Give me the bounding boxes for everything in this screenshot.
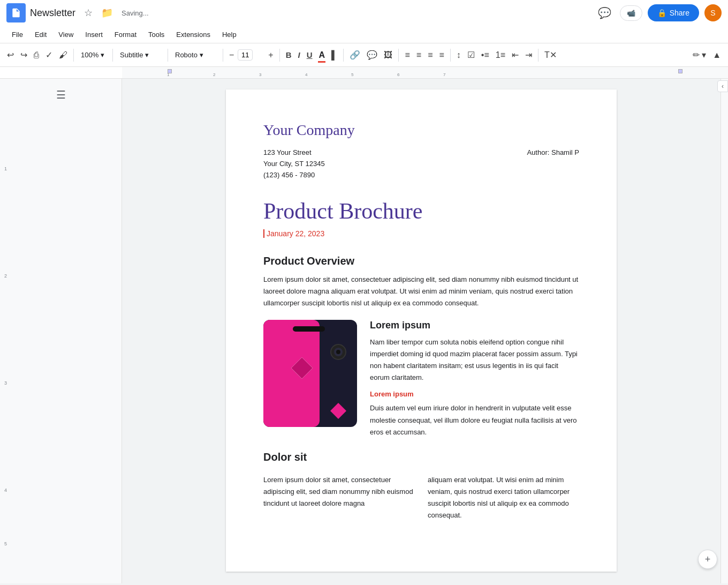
print-button[interactable]: ⎙ [31, 47, 42, 64]
menu-format[interactable]: Format [109, 28, 142, 41]
toolbar-divider-4 [223, 49, 223, 62]
toolbar-divider-1 [73, 49, 74, 62]
menu-file[interactable]: File [6, 28, 28, 41]
toolbar-divider-2 [112, 49, 113, 62]
line-spacing-button[interactable]: ↕ [454, 47, 464, 64]
product-link[interactable]: Lorem ipsum [370, 390, 579, 398]
comment-button[interactable]: 💬 [595, 3, 615, 22]
two-column-section: Lorem ipsum dolor sit amet, consectetuer… [263, 474, 579, 521]
highlight-button[interactable]: ▌ [329, 47, 340, 64]
font-size-increase[interactable]: + [266, 47, 276, 64]
toolbar-divider-8 [450, 49, 451, 62]
numbered-list-button[interactable]: 1≡ [493, 47, 508, 64]
document-page[interactable]: Your Company 123 Your Street Your City, … [226, 89, 617, 572]
menu-tools[interactable]: Tools [143, 28, 170, 41]
meet-icon: 📹 [627, 9, 635, 17]
style-select[interactable]: Subtitle ▾ [116, 47, 164, 64]
comment-inline-button[interactable]: 💬 [364, 47, 380, 64]
clear-format-button[interactable]: T✕ [542, 47, 559, 64]
section2-heading[interactable]: Dolor sit [263, 451, 579, 463]
image-button[interactable]: 🖼 [381, 47, 395, 64]
zoom-chevron-icon: ▾ [101, 51, 104, 59]
toolbar-divider-3 [168, 49, 168, 62]
svg-rect-2 [293, 326, 325, 332]
section1-body[interactable]: Lorem ipsum dolor sit amet, consectetuer… [263, 274, 579, 309]
spellcheck-button[interactable]: ✓ [43, 47, 55, 64]
meet-button[interactable]: 📹 [620, 5, 642, 21]
link-button[interactable]: 🔗 [347, 47, 363, 64]
redo-button[interactable]: ↪ [18, 47, 30, 64]
align-center-button[interactable]: ≡ [414, 47, 424, 64]
indent-less-button[interactable]: ⇤ [509, 47, 521, 64]
outline-toggle[interactable]: ☰ [51, 85, 71, 104]
editing-mode-button[interactable]: ✏ ▾ [690, 47, 709, 64]
menu-view[interactable]: View [53, 28, 79, 41]
col2-text: aliquam erat volutpat. Ut wisi enim ad m… [428, 474, 579, 521]
share-button[interactable]: 🔒 Share [648, 4, 699, 21]
toolbar-collapse-button[interactable]: ▲ [710, 47, 724, 64]
address-line1: 123 Your Street [263, 147, 325, 159]
font-select[interactable]: Roboto ▾ [171, 47, 219, 64]
svg-point-7 [336, 350, 340, 354]
bold-button[interactable]: B [283, 47, 294, 64]
ruler: 1 2 3 4 5 6 7 [0, 67, 728, 79]
right-tab-marker[interactable] [678, 69, 682, 73]
star-button[interactable]: ☆ [82, 5, 95, 21]
product-section: Lorem ipsum Nam liber tempor cum soluta … [263, 320, 579, 438]
doc-icon [6, 3, 26, 22]
toolbar-divider-5 [279, 49, 280, 62]
document-title[interactable]: Newsletter [30, 8, 75, 19]
lock-icon: 🔒 [657, 9, 666, 17]
product-sub: Duis autem vel eum iriure dolor in hendr… [370, 402, 579, 438]
undo-button[interactable]: ↩ [4, 47, 17, 64]
toolbar-divider-9 [538, 49, 539, 62]
page-marker-1: 1 [4, 166, 7, 171]
page-marker-3: 3 [4, 380, 7, 386]
font-size-field[interactable]: 11 [238, 49, 264, 61]
indent-more-button[interactable]: ⇥ [522, 47, 535, 64]
folder-button[interactable]: 📁 [99, 5, 115, 21]
toolbar-divider-6 [343, 49, 344, 62]
user-avatar[interactable]: S [704, 4, 722, 21]
company-name[interactable]: Your Company [263, 122, 579, 139]
text-color-button[interactable]: A [316, 47, 328, 64]
menu-edit[interactable]: Edit [29, 28, 52, 41]
menu-extensions[interactable]: Extensions [171, 28, 216, 41]
address-line2: Your City, ST 12345 [263, 159, 325, 170]
sidebar-collapse-button[interactable]: ‹ [717, 80, 728, 92]
left-sidebar: ☰ 1 2 3 4 5 [0, 79, 122, 583]
right-sidebar [721, 79, 728, 583]
text-color-indicator [318, 61, 325, 63]
product-text: Lorem ipsum Nam liber tempor cum soluta … [370, 320, 579, 438]
checklist-button[interactable]: ☑ [465, 47, 477, 64]
italic-button[interactable]: I [295, 47, 303, 64]
font-chevron-icon: ▾ [200, 51, 203, 59]
page-marker-2: 2 [4, 273, 7, 279]
explore-button[interactable]: + [698, 550, 717, 569]
paint-format-button[interactable]: 🖌 [56, 47, 70, 64]
align-justify-button[interactable]: ≡ [436, 47, 446, 64]
svg-rect-1 [263, 320, 320, 427]
product-heading: Lorem ipsum [370, 320, 579, 331]
underline-button[interactable]: U [304, 47, 315, 64]
document-date[interactable]: January 22, 2023 [263, 229, 579, 238]
font-size-decrease[interactable]: − [226, 47, 237, 64]
align-left-button[interactable]: ≡ [402, 47, 412, 64]
menu-help[interactable]: Help [217, 28, 242, 41]
address-block: 123 Your Street Your City, ST 12345 (123… [263, 147, 579, 181]
menu-insert[interactable]: Insert [80, 28, 108, 41]
section1-heading[interactable]: Product Overview [263, 255, 579, 267]
author-text: Author: Shamil P [527, 147, 579, 181]
document-main-title[interactable]: Product Brochure [263, 198, 579, 224]
align-right-button[interactable]: ≡ [425, 47, 435, 64]
bullet-list-button[interactable]: •≡ [479, 47, 492, 64]
toolbar-divider-7 [398, 49, 399, 62]
address-left: 123 Your Street Your City, ST 12345 (123… [263, 147, 325, 181]
product-body: Nam liber tempor cum soluta nobis eleife… [370, 336, 579, 384]
col1-text: Lorem ipsum dolor sit amet, consectetuer… [263, 474, 415, 521]
style-chevron-icon: ▾ [145, 51, 149, 59]
page-marker-4: 4 [4, 488, 7, 493]
zoom-select[interactable]: 100% ▾ [77, 47, 109, 64]
page-marker-5: 5 [4, 541, 7, 546]
saving-indicator: Saving... [122, 9, 149, 17]
